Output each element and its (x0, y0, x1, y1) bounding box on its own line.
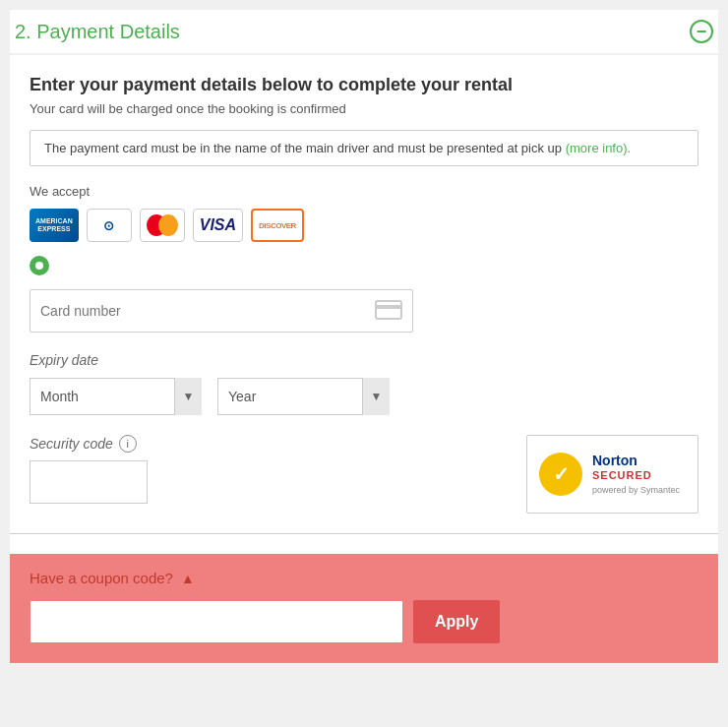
more-info-link[interactable]: (more info). (566, 141, 631, 155)
norton-symantec-label: powered by Symantec (592, 485, 680, 495)
security-code-input[interactable] (30, 460, 148, 504)
discover-icon: DISCOVER (251, 209, 304, 242)
card-number-input[interactable] (40, 303, 375, 319)
security-info-button[interactable]: i (119, 435, 137, 453)
green-dot-indicator (30, 256, 49, 275)
year-select-wrapper[interactable]: Year 2024 2025 2026 2027 2028 2029 2030 … (217, 378, 390, 415)
card-icons: AMERICANEXPRESS ⊙ VISA DISCOVER (30, 209, 698, 242)
expiry-row: Month January February March April May J… (30, 378, 698, 415)
payment-form: Enter your payment details below to comp… (10, 55, 718, 554)
coupon-label: Have a coupon code? (30, 570, 173, 586)
payment-heading: Enter your payment details below to comp… (30, 75, 698, 95)
section-title-text: Payment Details (36, 21, 180, 42)
norton-text: Norton SECURED powered by Symantec (592, 454, 680, 494)
norton-brand: Norton (592, 454, 680, 468)
card-icon (375, 300, 402, 323)
collapse-button[interactable]: − (690, 20, 713, 43)
security-label: Security code (30, 436, 113, 452)
norton-secured-label: SECURED (592, 469, 680, 481)
amex-icon: AMERICANEXPRESS (30, 209, 79, 242)
card-number-field[interactable] (30, 289, 413, 333)
coupon-header: Have a coupon code? ▲ (30, 570, 698, 586)
month-select[interactable]: Month January February March April May J… (30, 378, 202, 415)
security-label-row: Security code i (30, 435, 148, 453)
svg-rect-1 (376, 305, 401, 309)
charge-subtitle: Your card will be charged once the booki… (30, 101, 698, 116)
coupon-input-row: Apply (30, 600, 698, 643)
mastercard-icon (140, 209, 185, 242)
visa-icon: VISA (193, 209, 243, 242)
month-select-wrapper[interactable]: Month January February March April May J… (30, 378, 202, 415)
year-select[interactable]: Year 2024 2025 2026 2027 2028 2029 2030 (217, 378, 390, 415)
we-accept-label: We accept (30, 184, 698, 199)
section-title: 2. Payment Details (15, 21, 180, 43)
info-box: The payment card must be in the name of … (30, 130, 698, 166)
info-box-text: The payment card must be in the name of … (44, 141, 562, 155)
security-row: Security code i ✓ Norton SECURED powered… (30, 435, 698, 514)
security-left: Security code i (30, 435, 148, 504)
section-divider (10, 533, 718, 534)
section-number: 2. (15, 21, 31, 42)
coupon-input[interactable] (30, 600, 403, 643)
apply-button[interactable]: Apply (413, 600, 500, 643)
coupon-chevron-icon[interactable]: ▲ (181, 571, 195, 586)
norton-badge: ✓ Norton SECURED powered by Symantec (526, 435, 698, 514)
expiry-label: Expiry date (30, 352, 698, 368)
norton-checkmark-icon: ✓ (539, 453, 582, 496)
section-header: 2. Payment Details − (10, 10, 718, 53)
coupon-section: Have a coupon code? ▲ Apply (10, 554, 718, 663)
svg-rect-0 (376, 301, 401, 319)
diners-icon: ⊙ (87, 209, 132, 242)
